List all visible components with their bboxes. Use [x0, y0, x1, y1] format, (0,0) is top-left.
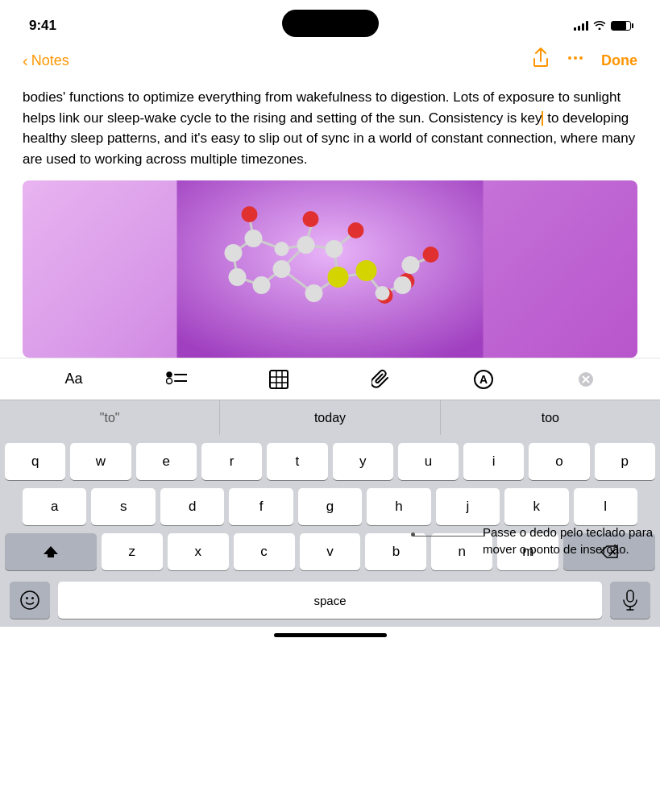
key-d[interactable]: d: [160, 488, 224, 525]
key-r[interactable]: r: [201, 443, 262, 480]
share-button[interactable]: [532, 48, 550, 73]
key-h[interactable]: h: [367, 488, 430, 525]
svg-point-44: [166, 378, 172, 383]
autocomplete-item-0[interactable]: "to": [0, 400, 220, 435]
svg-text:A: A: [479, 373, 488, 386]
svg-point-32: [297, 236, 315, 254]
key-f[interactable]: f: [229, 488, 293, 525]
close-toolbar-button[interactable]: [571, 365, 600, 394]
key-l[interactable]: l: [574, 488, 637, 525]
signal-icon: [574, 21, 588, 31]
svg-point-34: [305, 284, 323, 302]
key-e[interactable]: e: [136, 443, 197, 480]
autocomplete-bar: "to" today too: [0, 400, 660, 435]
key-space[interactable]: space: [58, 582, 602, 619]
svg-point-28: [423, 246, 439, 263]
keyboard-bottom-row: space: [5, 578, 655, 622]
table-button[interactable]: [264, 365, 293, 394]
svg-point-38: [245, 230, 263, 247]
svg-point-37: [225, 244, 243, 262]
autocomplete-item-1[interactable]: today: [220, 400, 440, 435]
markup-button[interactable]: A: [469, 365, 498, 394]
svg-point-59: [21, 591, 39, 609]
svg-point-0: [568, 56, 571, 60]
key-p[interactable]: p: [595, 443, 655, 480]
note-text-before-cursor: bodies' functions to optimize everything…: [23, 89, 621, 126]
attach-button[interactable]: [367, 365, 396, 394]
key-x[interactable]: x: [168, 533, 229, 570]
svg-point-24: [303, 211, 319, 227]
key-o[interactable]: o: [529, 443, 589, 480]
status-time: 9:41: [29, 18, 56, 34]
phone-frame: 9:41 ‹ Notes: [0, 0, 660, 812]
svg-point-35: [253, 276, 271, 294]
svg-point-41: [402, 256, 420, 274]
key-w[interactable]: w: [70, 443, 131, 480]
keyboard-row-2: a s d f g h j k l: [5, 488, 655, 525]
more-button[interactable]: [566, 48, 585, 72]
key-z[interactable]: z: [102, 533, 163, 570]
home-indicator: [274, 633, 387, 637]
svg-point-23: [242, 206, 258, 222]
svg-point-39: [275, 242, 289, 256]
key-t[interactable]: t: [267, 443, 327, 480]
key-q[interactable]: q: [5, 443, 65, 480]
svg-point-1: [574, 56, 577, 60]
key-u[interactable]: u: [398, 443, 459, 480]
svg-point-31: [273, 260, 291, 278]
svg-point-33: [326, 240, 343, 258]
key-v[interactable]: v: [300, 533, 361, 570]
nav-right-buttons: Done: [532, 48, 637, 73]
note-image: [23, 180, 637, 358]
key-k[interactable]: k: [504, 488, 568, 525]
svg-point-36: [229, 268, 247, 286]
key-shift[interactable]: [5, 533, 97, 570]
key-b[interactable]: b: [365, 533, 426, 570]
svg-point-2: [579, 56, 583, 60]
svg-rect-47: [270, 371, 288, 388]
back-label: Notes: [31, 52, 69, 69]
back-button[interactable]: ‹ Notes: [23, 52, 69, 70]
key-g[interactable]: g: [298, 488, 362, 525]
done-button[interactable]: Done: [601, 52, 637, 69]
note-text: bodies' functions to optimize everything…: [0, 81, 660, 177]
key-j[interactable]: j: [436, 488, 500, 525]
key-c[interactable]: c: [234, 533, 295, 570]
svg-rect-62: [627, 590, 633, 602]
format-toolbar: Aa A: [0, 358, 660, 400]
chevron-left-icon: ‹: [23, 52, 28, 70]
key-microphone[interactable]: [610, 582, 650, 619]
battery-icon: [611, 21, 631, 31]
keyboard-row-1: q w e r t y u i o p: [5, 443, 655, 480]
svg-point-60: [26, 597, 28, 599]
svg-point-29: [328, 267, 349, 288]
autocomplete-item-2[interactable]: too: [441, 400, 660, 435]
key-s[interactable]: s: [91, 488, 155, 525]
svg-point-43: [166, 371, 172, 377]
dynamic-island: [282, 10, 379, 37]
status-icons: [574, 19, 631, 32]
svg-point-61: [31, 597, 34, 599]
annotation-dot: [411, 532, 415, 536]
key-emoji[interactable]: [10, 582, 50, 619]
svg-point-40: [394, 276, 412, 294]
key-i[interactable]: i: [463, 443, 524, 480]
annotation-text: Passe o dedo pelo teclado para mover o p…: [483, 524, 660, 557]
font-format-button[interactable]: Aa: [60, 365, 89, 394]
svg-point-30: [356, 260, 377, 281]
key-a[interactable]: a: [23, 488, 86, 525]
svg-point-42: [376, 286, 390, 300]
svg-rect-3: [177, 180, 484, 358]
nav-bar: ‹ Notes Done: [0, 40, 660, 81]
key-y[interactable]: y: [333, 443, 393, 480]
wifi-icon: [593, 19, 606, 32]
svg-point-25: [348, 222, 364, 238]
annotation-line: [412, 536, 484, 536]
list-button[interactable]: [162, 365, 191, 394]
